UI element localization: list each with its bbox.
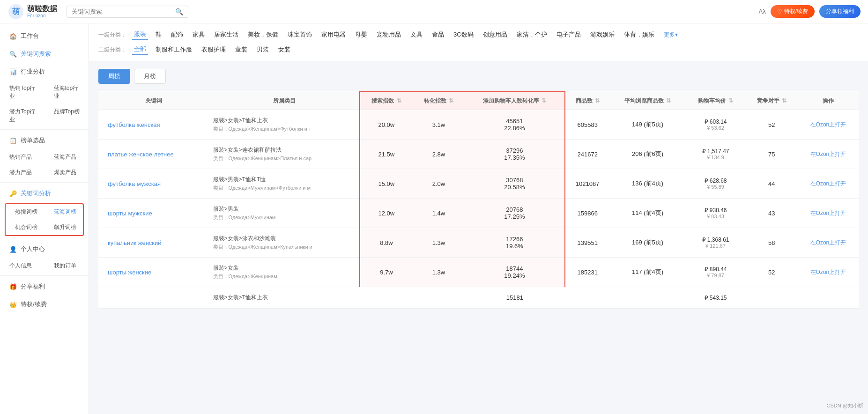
vip-button[interactable]: ♡ 特权/续费 — [771, 5, 815, 18]
th-category[interactable]: 所属类目 — [209, 92, 360, 110]
td-action-3[interactable]: 在Ozon上打开 — [798, 199, 859, 228]
sub-category-men[interactable]: 男装 — [255, 44, 271, 55]
sidebar-item-ranking[interactable]: 📋 榜单选品 — [0, 132, 89, 149]
td-product-2: 1021087 — [565, 169, 610, 199]
category-link-jewelry[interactable]: 珠宝首饰 — [286, 30, 314, 40]
sort-icon-price: ⇅ — [728, 97, 733, 104]
action-link-0[interactable]: 在Ozon上打开 — [810, 121, 846, 128]
search-input[interactable] — [72, 8, 172, 15]
tab-weekly[interactable]: 周榜 — [98, 69, 130, 84]
keyword-link-4[interactable]: купальник женский — [108, 239, 162, 246]
category-link-furniture[interactable]: 家具 — [191, 30, 207, 40]
sidebar-item-hot-search[interactable]: 热搜词榜 — [6, 204, 45, 220]
category-link-creative[interactable]: 创意用品 — [481, 30, 509, 40]
td-product-5: 185231 — [565, 258, 610, 287]
level1-label: 一级分类： — [98, 31, 126, 39]
sidebar-item-workbench[interactable]: 🏠 工作台 — [0, 27, 89, 45]
th-keyword[interactable]: 关键词 — [98, 92, 209, 110]
sidebar-item-keyword-search[interactable]: 🔍 关键词搜索 — [0, 45, 89, 63]
th-competitors[interactable]: 竞争对手 ⇅ — [746, 92, 798, 110]
th-search-index[interactable]: 搜索指数 ⇅ — [360, 92, 413, 110]
category-link-3c[interactable]: 3C数码 — [452, 30, 475, 40]
category-link-baby[interactable]: 母婴 — [353, 30, 369, 40]
category-link-home-life[interactable]: 居家生活 — [212, 30, 240, 40]
th-convert-index[interactable]: 转化指数 ⇅ — [413, 92, 465, 110]
td-action-5[interactable]: 在Ozon上打开 — [798, 258, 859, 287]
action-link-5[interactable]: 在Ozon上打开 — [810, 269, 846, 275]
td-comp-4: 58 — [746, 228, 798, 258]
category-link-cleaning[interactable]: 家清，个护 — [515, 30, 549, 40]
lang-button[interactable]: Aλ — [758, 8, 765, 15]
sidebar-item-hot-top[interactable]: 热销Top行业 — [0, 81, 45, 104]
sidebar-item-blue-ocean-words[interactable]: 蓝海词榜 — [45, 204, 83, 220]
td-action-0[interactable]: 在Ozon上打开 — [798, 110, 859, 140]
th-cart-rate[interactable]: 添加购物车人数转化率 ⇅ — [465, 92, 565, 110]
category-link-games[interactable]: 游戏娱乐 — [588, 30, 616, 40]
td-browse-3: 114 (前4页) — [610, 199, 686, 228]
sidebar-item-opportunity-words[interactable]: 机会词榜 — [6, 220, 45, 235]
sidebar-item-brand-top[interactable]: 品牌Top榜 — [45, 104, 89, 127]
th-cart-price[interactable]: 购物车均价 ⇅ — [685, 92, 745, 110]
action-link-1[interactable]: 在Ozon上打开 — [810, 151, 846, 157]
action-link-2[interactable]: 在Ozon上打开 — [810, 180, 846, 187]
action-link-3[interactable]: 在Ozon上打开 — [810, 210, 846, 216]
td-comp-6 — [746, 287, 798, 309]
sidebar-item-personal-center[interactable]: 👤 个人中心 — [0, 240, 89, 258]
share-icon: 🎁 — [9, 283, 17, 290]
category-link-accessories[interactable]: 配饰 — [169, 30, 185, 40]
category-link-electronics[interactable]: 电子产品 — [555, 30, 583, 40]
td-keyword-2: футболка мужская — [98, 169, 209, 199]
category-link-stationery[interactable]: 文具 — [408, 30, 424, 40]
sidebar-item-industry-analysis[interactable]: 📊 行业分析 — [0, 63, 89, 81]
tab-monthly[interactable]: 月榜 — [134, 69, 166, 84]
td-action-2[interactable]: 在Ozon上打开 — [798, 169, 859, 199]
th-product-count[interactable]: 商品数 ⇅ — [565, 92, 610, 110]
category-link-shoes[interactable]: 鞋 — [154, 30, 163, 40]
keyword-link-5[interactable]: шорты женские — [108, 269, 151, 276]
td-action-1[interactable]: 在Ozon上打开 — [798, 140, 859, 169]
sidebar-item-potential-top[interactable]: 潜力Top行业 — [0, 104, 45, 127]
td-convert-1: 2.8w — [413, 140, 465, 169]
td-search-0: 20.0w — [360, 110, 413, 140]
category-link-appliances[interactable]: 家用电器 — [319, 30, 348, 40]
keyword-link-0[interactable]: футболка женская — [108, 121, 160, 128]
sidebar-item-hot-product[interactable]: 热销产品 — [0, 149, 45, 165]
td-price-5: ₽ 898.44 ¥ 79.87 — [685, 258, 745, 287]
sub-category-women[interactable]: 女装 — [276, 44, 292, 55]
td-category-0: 服装>女装>T恤和上衣 类目：Одежда>Женщинам>Футболки … — [209, 110, 360, 140]
share-button[interactable]: 分享领福利 — [819, 5, 861, 18]
sidebar-item-my-orders[interactable]: 我的订单 — [45, 258, 89, 274]
sidebar-item-blue-ocean-product[interactable]: 蓝海产品 — [45, 149, 89, 165]
sidebar-item-keyword-analysis[interactable]: 🔑 关键词分析 — [0, 185, 89, 202]
sidebar-item-rising-words[interactable]: 飙升词榜 — [45, 220, 83, 235]
keyword-analysis-highlight-box: 热搜词榜 蓝海词榜 机会词榜 飙升词榜 — [5, 203, 84, 236]
table-row: футболка женская 服装>女装>T恤和上衣 类目：Одежда>Ж… — [98, 110, 859, 140]
divider3 — [0, 238, 89, 238]
category-link-clothing[interactable]: 服装 — [132, 29, 148, 40]
td-action-4[interactable]: 在Ozon上打开 — [798, 228, 859, 258]
sidebar-item-potential-product[interactable]: 潜力产品 — [0, 165, 45, 180]
sidebar-item-personal-info[interactable]: 个人信息 — [0, 258, 45, 274]
sidebar-item-share-welfare[interactable]: 🎁 分享福利 — [0, 278, 89, 296]
category-link-beauty[interactable]: 美妆，保健 — [246, 30, 280, 40]
action-link-4[interactable]: 在Ozon上打开 — [810, 239, 846, 246]
keyword-link-2[interactable]: футболка мужская — [108, 180, 161, 187]
sub-category-care[interactable]: 衣服护理 — [200, 44, 228, 55]
th-avg-browse[interactable]: 平均浏览商品数 ⇅ — [610, 92, 686, 110]
category-link-sports[interactable]: 体育，娱乐 — [622, 30, 656, 40]
keyword-link-3[interactable]: шорты мужские — [108, 210, 152, 217]
more-categories-link[interactable]: 更多▾ — [664, 31, 678, 39]
category-row-level1: 一级分类： 服装 鞋 配饰 家具 居家生活 美妆，保健 珠宝首饰 家用电器 母婴… — [98, 27, 859, 42]
category-link-pet[interactable]: 宠物用品 — [375, 30, 403, 40]
sub-category-uniform[interactable]: 制服和工作服 — [154, 44, 194, 55]
sidebar-item-hot-selling-product[interactable]: 爆卖产品 — [45, 165, 89, 180]
category-link-food[interactable]: 食品 — [430, 30, 446, 40]
divider2 — [0, 182, 89, 183]
sidebar-item-blue-ocean-top[interactable]: 蓝海top行业 — [45, 81, 89, 104]
sub-category-all[interactable]: 全部 — [132, 44, 148, 55]
sub-category-kids[interactable]: 童装 — [233, 44, 249, 55]
keyword-link-1[interactable]: платье женское летнее — [108, 151, 174, 158]
search-bar[interactable]: 🔍 — [67, 6, 188, 18]
td-keyword-6 — [98, 287, 209, 309]
sidebar-item-vip[interactable]: 👑 特权/续费 — [0, 296, 89, 313]
